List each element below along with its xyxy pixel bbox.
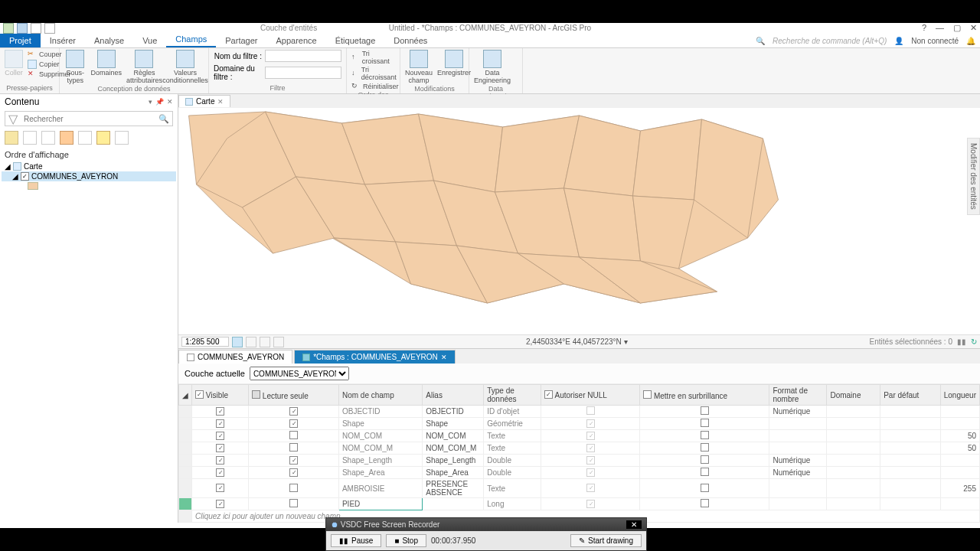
sort-asc-button[interactable]: ↑Tri croissant [351, 50, 395, 65]
close-icon[interactable]: ✕ [441, 354, 447, 361]
null-checkbox[interactable] [586, 468, 595, 477]
table-row[interactable]: AMBROISIEPRESENCE ABSENCETexte255 [179, 479, 980, 498]
highlight-checkbox[interactable] [701, 431, 709, 439]
map-view-tab[interactable]: Carte✕ [178, 95, 230, 107]
close-pane-icon[interactable]: ✕ [167, 98, 173, 106]
undo-icon[interactable] [31, 23, 41, 34]
tab-donnees[interactable]: Données [384, 34, 436, 47]
redo-icon[interactable] [44, 23, 55, 34]
minimize-icon[interactable]: — [936, 23, 944, 33]
scale-input[interactable]: 1:285 500 [181, 337, 229, 347]
tab-vue[interactable]: Vue [133, 34, 166, 47]
chevron-down-icon[interactable]: ▾ [624, 337, 628, 346]
table-row[interactable]: Shape_AreaShape_AreaDoubleNumérique [179, 467, 980, 479]
readonly-checkbox[interactable] [289, 431, 298, 439]
readonly-checkbox[interactable] [289, 456, 298, 465]
tab-projet[interactable]: Projet [0, 34, 41, 47]
command-search[interactable]: Recherche de commande (Alt+Q) [773, 37, 887, 45]
modify-features-tab[interactable]: Modifier des entités [967, 138, 980, 215]
list-selection-icon[interactable] [41, 131, 55, 145]
view-tool-4[interactable] [273, 337, 284, 347]
highlight-checkbox[interactable] [701, 455, 709, 464]
readonly-checkbox[interactable] [289, 484, 298, 492]
highlight-checkbox[interactable] [701, 406, 709, 415]
list-source-icon[interactable] [23, 131, 37, 145]
readonly-checkbox[interactable] [289, 443, 298, 452]
readonly-checkbox[interactable] [289, 419, 298, 428]
pin-icon[interactable]: 📌 [155, 98, 164, 106]
tree-map-node[interactable]: ◢ Carte [2, 161, 176, 171]
highlight-checkbox[interactable] [701, 468, 709, 476]
highlight-checkbox[interactable] [701, 484, 709, 492]
visible-checkbox[interactable] [216, 444, 224, 452]
null-checkbox[interactable] [586, 444, 595, 452]
attr-tab-fields[interactable]: *Champs : COMMUNES_AVEYRON✕ [294, 350, 456, 364]
close-icon[interactable]: ✕ [217, 98, 224, 106]
view-tool-2[interactable] [246, 337, 256, 347]
pause-button[interactable]: ▮▮ Pause [331, 534, 381, 547]
null-checkbox[interactable] [586, 432, 595, 440]
stop-button[interactable]: ■ Stop [386, 534, 426, 547]
visible-checkbox[interactable] [216, 407, 224, 416]
visible-checkbox[interactable] [216, 419, 224, 428]
readonly-checkbox[interactable] [289, 468, 298, 477]
bell-icon[interactable]: 🔔 [966, 37, 975, 45]
null-checkbox[interactable] [586, 456, 595, 465]
tab-inserer[interactable]: Insérer [41, 34, 85, 47]
view-tool-1[interactable] [232, 337, 243, 347]
tab-champs[interactable]: Champs [166, 32, 216, 47]
view-tool-3[interactable] [260, 337, 270, 347]
null-checkbox[interactable] [586, 419, 595, 428]
filter-domain-input[interactable] [265, 67, 341, 79]
highlight-checkbox[interactable] [701, 443, 709, 452]
null-checkbox[interactable] [586, 500, 595, 508]
open-icon[interactable] [3, 23, 14, 34]
list-editing-icon[interactable] [60, 131, 74, 145]
table-row[interactable]: NOM_COM_MNOM_COM_MTexte50 [179, 442, 980, 455]
layer-visibility-checkbox[interactable]: ✓ [21, 172, 29, 181]
highlight-checkbox[interactable] [701, 499, 709, 507]
cond-values-button[interactable]: Valeurs conditionnelles [167, 50, 204, 85]
current-layer-select[interactable]: COMMUNES_AVEYRON [250, 367, 349, 380]
visible-checkbox[interactable] [216, 484, 224, 492]
save-icon[interactable] [17, 23, 28, 34]
table-row[interactable]: PIEDLong [179, 498, 980, 510]
save-fields-button[interactable]: Enregistrer [437, 50, 471, 77]
list-snapping-icon[interactable] [78, 131, 92, 145]
visible-checkbox[interactable] [216, 456, 224, 465]
filter-name-input[interactable] [265, 50, 341, 62]
list-labeling-icon[interactable] [96, 131, 110, 145]
search-icon[interactable]: 🔍 [155, 114, 172, 124]
attr-tab-table[interactable]: COMMUNES_AVEYRON [178, 350, 292, 364]
tree-layer-node[interactable]: ◢ ✓ COMMUNES_AVEYRON [2, 171, 176, 181]
contents-search[interactable]: ▽ 🔍 [5, 111, 173, 126]
field-name-input[interactable]: PIED [338, 498, 422, 510]
tab-apparence[interactable]: Apparence [266, 34, 325, 47]
highlight-checkbox[interactable] [701, 419, 709, 427]
filter-icon[interactable]: ▽ [5, 112, 21, 126]
readonly-checkbox[interactable] [289, 407, 298, 416]
visible-checkbox[interactable] [216, 432, 224, 440]
table-row[interactable]: ShapeShapeGéométrie [179, 418, 980, 430]
search-input[interactable] [21, 115, 155, 123]
visible-checkbox[interactable] [216, 500, 224, 508]
list-drawing-order-icon[interactable] [5, 131, 18, 145]
null-checkbox[interactable] [586, 406, 595, 415]
pause-draw-icon[interactable]: ▮▮ [957, 337, 966, 346]
tab-partager[interactable]: Partager [216, 34, 266, 47]
table-row[interactable]: NOM_COMNOM_COMTexte50 [179, 430, 980, 442]
dropdown-icon[interactable]: ▾ [149, 98, 152, 106]
subtypes-button[interactable]: Sous-types [64, 50, 86, 85]
readonly-checkbox[interactable] [289, 499, 298, 507]
domains-button[interactable]: Domaines [90, 50, 122, 77]
recorder-close-icon[interactable]: ✕ [626, 520, 642, 529]
null-checkbox[interactable] [586, 484, 595, 492]
tab-etiquetage[interactable]: Étiquetage [326, 34, 385, 47]
start-drawing-button[interactable]: ✎ Start drawing [570, 534, 642, 547]
list-perspective-icon[interactable] [115, 131, 129, 145]
help-icon[interactable]: ? [922, 23, 926, 33]
refresh-icon[interactable]: ↻ [971, 337, 977, 346]
maximize-icon[interactable]: ▢ [953, 23, 961, 33]
reset-button[interactable]: ↻Réinitialiser [351, 82, 399, 91]
table-row[interactable]: OBJECTIDOBJECTIDID d'objetNumérique [179, 406, 980, 418]
